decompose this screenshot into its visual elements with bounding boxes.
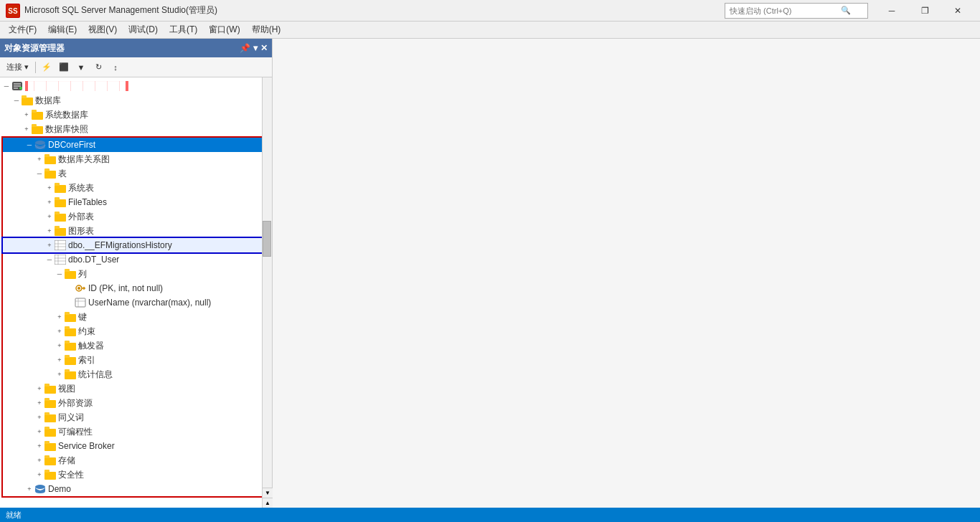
tree-node-db-diagrams[interactable]: + 数据库关系图 (3, 152, 269, 166)
expand-ext-resources[interactable]: + (34, 398, 44, 408)
scroll-down-arrow[interactable]: ▼ (263, 488, 273, 498)
expand-dbcorefirst[interactable]: ─ (24, 140, 34, 150)
expand-file-tables[interactable]: + (44, 197, 55, 207)
expand-databases[interactable]: ─ (11, 95, 22, 105)
expand-indexes[interactable]: + (55, 355, 65, 365)
expand-server[interactable]: ─ (1, 81, 11, 91)
collapse-button[interactable]: ↕ (108, 60, 123, 75)
vertical-scrollbar[interactable]: ▼ ▲ (262, 77, 272, 508)
ext-tables-label: 外部表 (68, 211, 94, 223)
expand-ext-tables[interactable]: + (44, 212, 55, 222)
expand-system-db[interactable]: + (22, 110, 32, 120)
svg-rect-12 (32, 126, 43, 134)
expand-views[interactable]: + (34, 384, 44, 394)
scrollbar-thumb[interactable] (263, 221, 271, 257)
tree-node-synonyms[interactable]: + 同义词 (3, 410, 269, 424)
tree-node-programmability[interactable]: + 可编程性 (3, 424, 269, 439)
svg-rect-48 (65, 343, 76, 351)
tree-node-constraints[interactable]: + 约束 (3, 324, 269, 338)
expand-programmability[interactable]: + (34, 427, 44, 437)
close-panel-icon[interactable]: ✕ (260, 43, 268, 53)
content-area (273, 39, 980, 508)
svg-rect-56 (44, 400, 56, 408)
tree-node-indexes[interactable]: + 索引 (3, 353, 269, 367)
svg-rect-46 (65, 328, 76, 336)
tree-node-dbcorefirst[interactable]: ─ DBCoreFirst (3, 138, 269, 152)
expand-security[interactable]: + (34, 470, 44, 480)
constraints-folder-icon (65, 326, 76, 337)
menu-window[interactable]: 窗口(W) (203, 22, 245, 37)
expand-tables[interactable]: ─ (34, 169, 44, 179)
expand-demo[interactable]: + (24, 484, 34, 494)
quick-launch-search[interactable]: 🔍 (725, 3, 868, 19)
security-label: 安全性 (58, 469, 84, 481)
tree-node-file-tables[interactable]: + FileTables (3, 195, 269, 209)
tree-node-dt-user[interactable]: ─ dbo.DT_User (3, 252, 269, 267)
menu-debug[interactable]: 调试(D) (123, 22, 164, 37)
quick-launch-input[interactable] (730, 6, 841, 15)
tree-node-service-broker[interactable]: + Service Broker (3, 439, 269, 453)
disconnect-button[interactable]: ⚡ (39, 60, 55, 75)
tree-node-views[interactable]: + 视图 (3, 381, 269, 396)
tree-node-ext-tables[interactable]: + 外部表 (3, 209, 269, 224)
expand-dt-user[interactable]: ─ (44, 255, 55, 265)
tree-node-security[interactable]: + 安全性 (3, 468, 269, 482)
stop-button[interactable]: ⬛ (56, 60, 72, 75)
demo-label: Demo (48, 484, 71, 494)
tree-node-ef-migrations[interactable]: + dbo.__EFMigrationsHistory (3, 238, 269, 252)
expand-sys-tables[interactable]: + (44, 183, 55, 193)
menu-view[interactable]: 视图(V) (83, 22, 123, 37)
menu-help[interactable]: 帮助(H) (246, 22, 287, 37)
tree-node-sys-tables[interactable]: + 系统表 (3, 181, 269, 195)
expand-constraints[interactable]: + (55, 326, 65, 336)
pin-icon[interactable]: 📌 (240, 43, 250, 53)
expand-storage[interactable]: + (34, 455, 44, 465)
menu-tools[interactable]: 工具(T) (164, 22, 203, 37)
filter-button[interactable]: ▼ (73, 60, 89, 75)
expand-snapshots[interactable]: + (22, 124, 32, 134)
tree-node-databases[interactable]: ─ 数据库 (0, 93, 272, 108)
indexes-label: 索引 (78, 354, 95, 366)
tree-node-demo[interactable]: + Demo (3, 482, 269, 496)
menu-file[interactable]: 文件(F) (3, 22, 42, 37)
tree-node-storage[interactable]: + 存储 (3, 453, 269, 468)
chevron-icon[interactable]: ▾ (253, 43, 258, 53)
scroll-up-arrow[interactable]: ▲ (263, 498, 273, 508)
expand-triggers[interactable]: + (55, 341, 65, 351)
connect-button[interactable]: 连接 ▾ (3, 60, 32, 75)
expand-graph-tables[interactable]: + (44, 226, 55, 236)
tree-node-tables[interactable]: ─ 表 (3, 166, 269, 181)
tree-node-keys[interactable]: + 键 (3, 310, 269, 324)
expand-keys[interactable]: + (55, 312, 65, 322)
expand-stats[interactable]: + (55, 369, 65, 379)
menu-edit[interactable]: 编辑(E) (42, 22, 83, 37)
search-icon: 🔍 (841, 6, 851, 15)
tree-node-col-id[interactable]: ID (PK, int, not null) (3, 281, 269, 295)
tree-node-col-username[interactable]: UserName (nvarchar(max), null) (3, 295, 269, 310)
tree-node-columns[interactable]: ─ 列 (3, 267, 269, 281)
ext-tables-icon (55, 211, 66, 222)
triggers-folder-icon (65, 340, 76, 351)
expand-service-broker[interactable]: + (34, 441, 44, 451)
expand-synonyms[interactable]: + (34, 412, 44, 422)
tree-node-system-db[interactable]: + 系统数据库 (0, 108, 272, 122)
refresh-button[interactable]: ↻ (90, 60, 106, 75)
tree-node-ext-resources[interactable]: + 外部资源 (3, 396, 269, 410)
maximize-button[interactable]: ❐ (908, 0, 941, 22)
expand-db-diagrams[interactable]: + (34, 154, 44, 164)
tree-node-stats[interactable]: + 统计信息 (3, 367, 269, 381)
tree-node-triggers[interactable]: + 触发器 (3, 338, 269, 353)
tree-node-db-snapshots[interactable]: + 数据库快照 (0, 122, 272, 136)
tree-node-graph-tables[interactable]: + 图形表 (3, 224, 269, 238)
svg-rect-51 (65, 355, 70, 358)
tree-node-server[interactable]: ─ ████████████████ (0, 79, 272, 93)
ef-migrations-icon (55, 239, 66, 251)
col-id-label: ID (PK, int, not null) (88, 283, 163, 293)
svg-rect-63 (44, 441, 50, 444)
expand-columns[interactable]: ─ (55, 269, 65, 279)
ext-resources-icon (44, 397, 56, 409)
col-username-label: UserName (nvarchar(max), null) (88, 298, 211, 308)
minimize-button[interactable]: ─ (875, 0, 908, 22)
expand-ef-migrations[interactable]: + (44, 240, 55, 250)
close-button[interactable]: ✕ (941, 0, 974, 22)
